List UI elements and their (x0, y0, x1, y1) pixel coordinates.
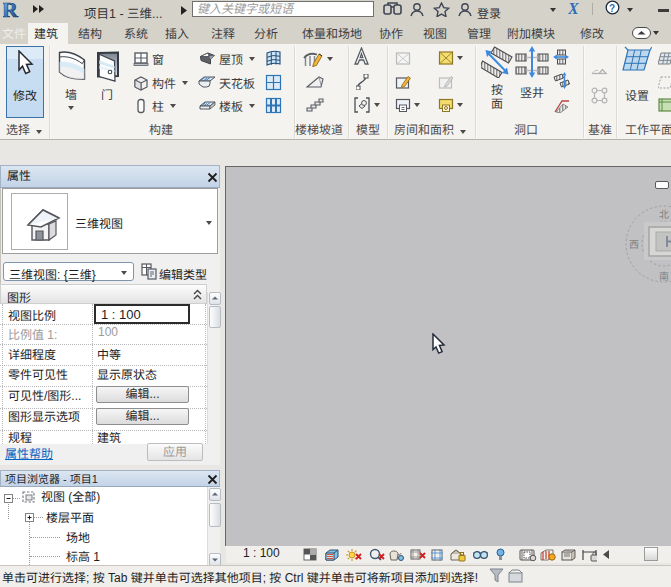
svg-text:R: R (3, 0, 19, 19)
svg-text:?: ? (609, 3, 615, 14)
svg-text:南: 南 (659, 268, 669, 283)
svg-text:西: 西 (629, 236, 639, 251)
svg-text:北: 北 (659, 206, 669, 221)
svg-text:X: X (568, 2, 579, 16)
